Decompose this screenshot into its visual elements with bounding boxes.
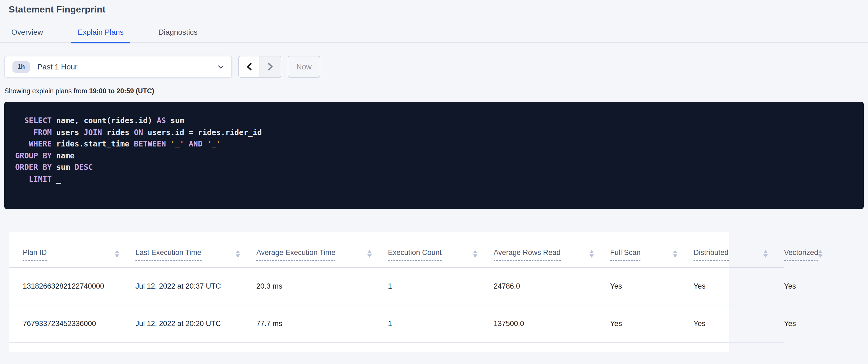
sql-line: GROUP BY name	[15, 150, 853, 162]
execution-count-cell: 1	[388, 305, 494, 342]
sort-icon	[764, 250, 768, 258]
table-header-row: Plan ID Last Execution Time Average Exec…	[9, 232, 784, 268]
last-execution-time-cell: Jul 12, 2022 at 20:20 UTC	[135, 305, 256, 342]
summary-prefix: Showing explain plans from	[4, 87, 89, 95]
page-title: Statement Fingerprint	[0, 0, 868, 15]
time-range-dropdown[interactable]: 1h Past 1 Hour	[4, 56, 232, 78]
sort-icon	[818, 250, 823, 258]
summary-range: 19:00 to 20:59 (UTC)	[89, 87, 154, 95]
sort-icon	[115, 250, 119, 258]
column-header-distributed[interactable]: Distributed	[693, 232, 784, 268]
table-row: 13182663282122740000 Jul 12, 2022 at 20:…	[9, 268, 784, 305]
explain-plans-table: Plan ID Last Execution Time Average Exec…	[9, 232, 784, 343]
time-nav-group	[239, 56, 281, 78]
chevron-left-icon	[246, 63, 252, 71]
average-execution-time-cell: 20.3 ms	[256, 268, 388, 305]
plan-id-cell: 13182663282122740000	[9, 268, 135, 305]
distributed-cell: Yes	[693, 305, 784, 342]
sql-line: LIMIT _	[15, 173, 853, 185]
column-header-plan-id[interactable]: Plan ID	[9, 232, 135, 268]
sql-line: ORDER BY sum DESC	[15, 162, 853, 173]
statement-fingerprint-page: Statement Fingerprint Overview Explain P…	[0, 0, 868, 364]
sort-icon	[367, 250, 372, 258]
last-execution-time-cell: Jul 12, 2022 at 20:37 UTC	[135, 268, 256, 305]
previous-time-button[interactable]	[239, 56, 259, 77]
table-row: 767933723452336000 Jul 12, 2022 at 20:20…	[9, 305, 784, 342]
sort-icon	[473, 250, 477, 258]
sort-icon	[236, 250, 240, 258]
now-button[interactable]: Now	[288, 56, 320, 78]
next-time-button[interactable]	[259, 56, 281, 77]
full-scan-cell: Yes	[610, 305, 693, 342]
average-rows-read-cell: 137500.0	[494, 305, 610, 342]
column-header-last-execution-time[interactable]: Last Execution Time	[135, 232, 256, 268]
distributed-cell: Yes	[693, 268, 784, 305]
sql-line: SELECT name, count(rides.id) AS sum	[15, 115, 853, 127]
tab-overview[interactable]: Overview	[5, 28, 50, 42]
sql-line: WHERE rides.start_time BETWEEN '_' AND '…	[15, 138, 853, 150]
time-controls: 1h Past 1 Hour Now	[4, 56, 868, 78]
chevron-down-icon	[218, 65, 224, 68]
sort-icon	[673, 250, 677, 258]
column-header-full-scan[interactable]: Full Scan	[610, 232, 693, 268]
average-rows-read-cell: 24786.0	[494, 268, 610, 305]
sort-icon	[589, 250, 594, 258]
plan-id-cell: 767933723452336000	[9, 305, 135, 342]
time-range-label: Past 1 Hour	[37, 62, 78, 71]
explain-plans-table-panel: Plan ID Last Execution Time Average Exec…	[9, 232, 729, 352]
sql-line: FROM users JOIN rides ON users.id = ride…	[15, 127, 853, 138]
tab-diagnostics[interactable]: Diagnostics	[152, 28, 204, 42]
average-execution-time-cell: 77.7 ms	[256, 305, 388, 342]
time-range-badge: 1h	[12, 61, 30, 73]
chevron-right-icon	[267, 63, 274, 71]
showing-range-text: Showing explain plans from 19:00 to 20:5…	[4, 87, 868, 95]
column-header-execution-count[interactable]: Execution Count	[388, 232, 494, 268]
column-header-average-execution-time[interactable]: Average Execution Time	[256, 232, 388, 268]
sql-statement-box: SELECT name, count(rides.id) AS sum FROM…	[4, 102, 864, 209]
full-scan-cell: Yes	[610, 268, 693, 305]
execution-count-cell: 1	[388, 268, 494, 305]
column-header-average-rows-read[interactable]: Average Rows Read	[494, 232, 610, 268]
tab-explain-plans[interactable]: Explain Plans	[71, 28, 130, 42]
tab-bar: Overview Explain Plans Diagnostics	[0, 26, 868, 43]
